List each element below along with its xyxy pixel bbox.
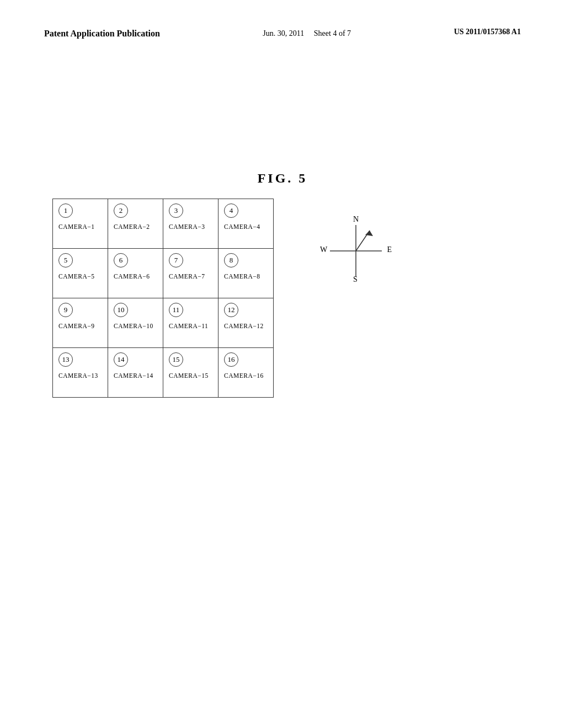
camera-cell-16: 16 CAMERA−16	[218, 348, 274, 398]
camera-label-5: CAMERA−5	[58, 273, 102, 280]
camera-label-9: CAMERA−9	[58, 323, 102, 329]
camera-num-5: 5	[58, 253, 73, 267]
compass-diagram: N S E W	[320, 215, 392, 287]
camera-num-2: 2	[114, 204, 128, 218]
camera-label-7: CAMERA−7	[169, 273, 212, 280]
patent-number: US 2011/0157368 A1	[454, 28, 521, 36]
publication-date: Jun. 30, 2011	[263, 29, 304, 38]
camera-grid: 1 CAMERA−1 2 CAMERA−2 3 CAMERA−3 4 CAMER…	[52, 199, 274, 398]
camera-num-3: 3	[169, 204, 183, 218]
camera-cell-12: 12 CAMERA−12	[218, 298, 274, 348]
camera-label-11: CAMERA−11	[169, 323, 212, 329]
camera-row-3: 9 CAMERA−9 10 CAMERA−10 11 CAMERA−11 12 …	[53, 298, 274, 348]
camera-num-10: 10	[114, 303, 128, 317]
camera-cell-10: 10 CAMERA−10	[108, 298, 163, 348]
figure-title: FIG. 5	[0, 171, 565, 186]
camera-label-15: CAMERA−15	[169, 372, 212, 379]
camera-label-2: CAMERA−2	[114, 223, 157, 230]
camera-cell-11: 11 CAMERA−11	[163, 298, 218, 348]
publication-date-sheet: Jun. 30, 2011 Sheet 4 of 7	[263, 28, 351, 40]
compass-south-label: S	[353, 275, 358, 284]
camera-num-1: 1	[58, 204, 73, 218]
camera-cell-1: 1 CAMERA−1	[53, 199, 108, 249]
camera-row-2: 5 CAMERA−5 6 CAMERA−6 7 CAMERA−7 8 CAMER…	[53, 249, 274, 298]
camera-num-15: 15	[169, 352, 183, 367]
compass-west-label: W	[320, 245, 327, 254]
camera-label-1: CAMERA−1	[58, 223, 102, 230]
page-header: Patent Application Publication Jun. 30, …	[0, 28, 565, 40]
camera-grid-container: 1 CAMERA−1 2 CAMERA−2 3 CAMERA−3 4 CAMER…	[52, 199, 274, 398]
camera-label-3: CAMERA−3	[169, 223, 212, 230]
camera-num-8: 8	[224, 253, 238, 267]
camera-num-9: 9	[58, 303, 73, 317]
camera-cell-4: 4 CAMERA−4	[218, 199, 274, 249]
camera-label-10: CAMERA−10	[114, 323, 157, 329]
camera-cell-5: 5 CAMERA−5	[53, 249, 108, 298]
camera-num-12: 12	[224, 303, 238, 317]
compass-container: N S E W	[320, 215, 392, 287]
camera-label-12: CAMERA−12	[224, 323, 268, 329]
camera-row-4: 13 CAMERA−13 14 CAMERA−14 15 CAMERA−15 1…	[53, 348, 274, 398]
camera-label-13: CAMERA−13	[58, 372, 102, 379]
camera-label-6: CAMERA−6	[114, 273, 157, 280]
camera-num-6: 6	[114, 253, 128, 267]
camera-cell-14: 14 CAMERA−14	[108, 348, 163, 398]
compass-east-label: E	[387, 245, 392, 254]
camera-label-16: CAMERA−16	[224, 372, 268, 379]
camera-cell-3: 3 CAMERA−3	[163, 199, 218, 249]
camera-row-1: 1 CAMERA−1 2 CAMERA−2 3 CAMERA−3 4 CAMER…	[53, 199, 274, 249]
camera-label-8: CAMERA−8	[224, 273, 268, 280]
camera-cell-15: 15 CAMERA−15	[163, 348, 218, 398]
camera-num-11: 11	[169, 303, 183, 317]
compass-north-label: N	[353, 215, 359, 224]
camera-num-16: 16	[224, 352, 238, 367]
camera-num-14: 14	[114, 352, 128, 367]
camera-num-4: 4	[224, 204, 238, 218]
sheet-info: Sheet 4 of 7	[314, 29, 351, 38]
camera-cell-13: 13 CAMERA−13	[53, 348, 108, 398]
camera-cell-8: 8 CAMERA−8	[218, 249, 274, 298]
camera-num-7: 7	[169, 253, 183, 267]
camera-num-13: 13	[58, 352, 73, 367]
camera-cell-9: 9 CAMERA−9	[53, 298, 108, 348]
camera-cell-7: 7 CAMERA−7	[163, 249, 218, 298]
publication-label: Patent Application Publication	[44, 28, 160, 40]
camera-cell-2: 2 CAMERA−2	[108, 199, 163, 249]
camera-label-14: CAMERA−14	[114, 372, 157, 379]
camera-cell-6: 6 CAMERA−6	[108, 249, 163, 298]
camera-label-4: CAMERA−4	[224, 223, 268, 230]
